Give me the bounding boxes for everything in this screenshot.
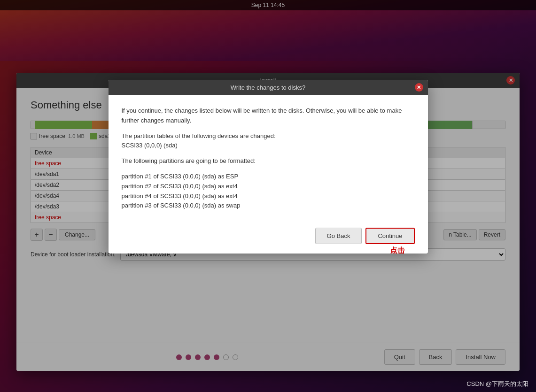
modal-titlebar: Write the changes to disks? ✕	[109, 80, 428, 95]
go-back-button[interactable]: Go Back	[315, 228, 362, 244]
modal-section2-title: The following partitions are going to be…	[122, 157, 256, 164]
modal-title: Write the changes to disks?	[231, 84, 305, 91]
continue-annotation: 点击 Continue	[381, 246, 413, 254]
modal-section1-title: The partition tables of the following de…	[122, 131, 415, 151]
modal-partition-list: partition #1 of SCSI33 (0,0,0) (sda) as …	[122, 172, 415, 211]
continue-button[interactable]: Continue	[365, 228, 414, 244]
modal-overlay: Write the changes to disks? ✕ If you con…	[0, 0, 536, 392]
write-changes-modal: Write the changes to disks? ✕ If you con…	[109, 80, 428, 254]
modal-section2: The following partitions are going to be…	[122, 156, 415, 166]
modal-body: If you continue, the changes listed belo…	[109, 95, 428, 222]
partition-list-item: partition #4 of SCSI33 (0,0,0) (sda) as …	[122, 192, 415, 201]
partition-list-item: partition #2 of SCSI33 (0,0,0) (sda) as …	[122, 182, 415, 192]
modal-close-button[interactable]: ✕	[415, 83, 423, 92]
modal-footer: Go Back Continue	[109, 222, 428, 254]
modal-intro: If you continue, the changes listed belo…	[122, 106, 415, 126]
modal-section1-devices: SCSI33 (0,0,0) (sda)	[122, 142, 178, 149]
partition-list-item: partition #1 of SCSI33 (0,0,0) (sda) as …	[122, 172, 415, 182]
partition-list-item: partition #3 of SCSI33 (0,0,0) (sda) as …	[122, 201, 415, 211]
watermark: CSDN @下雨天的太阳	[466, 380, 528, 388]
